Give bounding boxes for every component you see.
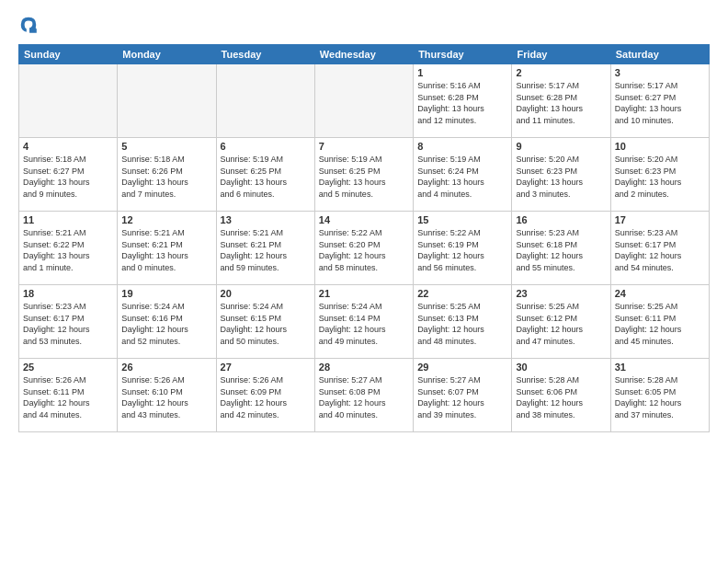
- calendar-cell: 31Sunrise: 5:28 AM Sunset: 6:05 PM Dayli…: [610, 359, 709, 432]
- day-number: 30: [516, 362, 606, 373]
- calendar-cell: 3Sunrise: 5:17 AM Sunset: 6:27 PM Daylig…: [610, 64, 709, 138]
- day-info: Sunrise: 5:20 AM Sunset: 6:23 PM Dayligh…: [615, 154, 705, 200]
- calendar-cell: 22Sunrise: 5:25 AM Sunset: 6:13 PM Dayli…: [414, 285, 512, 359]
- day-info: Sunrise: 5:21 AM Sunset: 6:21 PM Dayligh…: [221, 227, 311, 273]
- weekday-header-wednesday: Wednesday: [314, 45, 413, 64]
- weekday-header-sunday: Sunday: [19, 45, 118, 64]
- day-number: 14: [319, 214, 409, 225]
- calendar-cell: 5Sunrise: 5:18 AM Sunset: 6:26 PM Daylig…: [118, 138, 216, 212]
- day-info: Sunrise: 5:23 AM Sunset: 6:17 PM Dayligh…: [23, 301, 113, 347]
- day-number: 6: [221, 141, 311, 152]
- week-row-2: 4Sunrise: 5:18 AM Sunset: 6:27 PM Daylig…: [19, 138, 710, 212]
- calendar-cell: 6Sunrise: 5:19 AM Sunset: 6:25 PM Daylig…: [216, 138, 314, 212]
- week-row-4: 18Sunrise: 5:23 AM Sunset: 6:17 PM Dayli…: [19, 285, 710, 359]
- calendar-cell: 11Sunrise: 5:21 AM Sunset: 6:22 PM Dayli…: [19, 212, 118, 285]
- day-number: 13: [221, 214, 311, 225]
- day-number: 29: [417, 362, 507, 373]
- day-info: Sunrise: 5:24 AM Sunset: 6:15 PM Dayligh…: [221, 301, 311, 347]
- day-info: Sunrise: 5:21 AM Sunset: 6:22 PM Dayligh…: [23, 227, 113, 273]
- day-info: Sunrise: 5:28 AM Sunset: 6:05 PM Dayligh…: [615, 374, 705, 420]
- day-number: 9: [516, 141, 606, 152]
- calendar-cell: 29Sunrise: 5:27 AM Sunset: 6:07 PM Dayli…: [414, 359, 512, 432]
- calendar: SundayMondayTuesdayWednesdayThursdayFrid…: [18, 44, 710, 432]
- day-info: Sunrise: 5:18 AM Sunset: 6:26 PM Dayligh…: [121, 154, 211, 200]
- day-info: Sunrise: 5:28 AM Sunset: 6:06 PM Dayligh…: [516, 374, 606, 420]
- calendar-cell: 10Sunrise: 5:20 AM Sunset: 6:23 PM Dayli…: [610, 138, 709, 212]
- day-info: Sunrise: 5:26 AM Sunset: 6:09 PM Dayligh…: [221, 374, 311, 420]
- calendar-cell: 9Sunrise: 5:20 AM Sunset: 6:23 PM Daylig…: [512, 138, 610, 212]
- calendar-cell: 20Sunrise: 5:24 AM Sunset: 6:15 PM Dayli…: [216, 285, 314, 359]
- calendar-cell: [216, 64, 314, 138]
- day-number: 11: [23, 214, 113, 225]
- calendar-cell: 19Sunrise: 5:24 AM Sunset: 6:16 PM Dayli…: [118, 285, 216, 359]
- day-info: Sunrise: 5:21 AM Sunset: 6:21 PM Dayligh…: [121, 227, 211, 273]
- day-number: 7: [319, 141, 409, 152]
- day-number: 26: [121, 362, 211, 373]
- calendar-cell: 28Sunrise: 5:27 AM Sunset: 6:08 PM Dayli…: [314, 359, 413, 432]
- calendar-cell: 7Sunrise: 5:19 AM Sunset: 6:25 PM Daylig…: [314, 138, 413, 212]
- day-info: Sunrise: 5:27 AM Sunset: 6:08 PM Dayligh…: [319, 374, 409, 420]
- calendar-cell: 17Sunrise: 5:23 AM Sunset: 6:17 PM Dayli…: [610, 212, 709, 285]
- calendar-cell: 23Sunrise: 5:25 AM Sunset: 6:12 PM Dayli…: [512, 285, 610, 359]
- day-number: 8: [417, 141, 507, 152]
- calendar-cell: 16Sunrise: 5:23 AM Sunset: 6:18 PM Dayli…: [512, 212, 610, 285]
- calendar-cell: 27Sunrise: 5:26 AM Sunset: 6:09 PM Dayli…: [216, 359, 314, 432]
- day-number: 12: [121, 214, 211, 225]
- weekday-header-row: SundayMondayTuesdayWednesdayThursdayFrid…: [19, 45, 710, 64]
- day-info: Sunrise: 5:19 AM Sunset: 6:25 PM Dayligh…: [319, 154, 409, 200]
- calendar-cell: [118, 64, 216, 138]
- day-number: 21: [319, 288, 409, 299]
- calendar-cell: 2Sunrise: 5:17 AM Sunset: 6:28 PM Daylig…: [512, 64, 610, 138]
- weekday-header-tuesday: Tuesday: [216, 45, 314, 64]
- calendar-cell: 1Sunrise: 5:16 AM Sunset: 6:28 PM Daylig…: [414, 64, 512, 138]
- day-number: 3: [615, 67, 705, 78]
- day-number: 20: [221, 288, 311, 299]
- weekday-header-thursday: Thursday: [414, 45, 512, 64]
- day-info: Sunrise: 5:25 AM Sunset: 6:12 PM Dayligh…: [516, 301, 606, 347]
- day-number: 17: [615, 214, 705, 225]
- calendar-cell: 14Sunrise: 5:22 AM Sunset: 6:20 PM Dayli…: [314, 212, 413, 285]
- day-info: Sunrise: 5:26 AM Sunset: 6:10 PM Dayligh…: [121, 374, 211, 420]
- day-number: 19: [121, 288, 211, 299]
- calendar-cell: 24Sunrise: 5:25 AM Sunset: 6:11 PM Dayli…: [610, 285, 709, 359]
- day-number: 25: [23, 362, 113, 373]
- day-number: 23: [516, 288, 606, 299]
- day-info: Sunrise: 5:23 AM Sunset: 6:18 PM Dayligh…: [516, 227, 606, 273]
- logo-icon: [18, 15, 39, 35]
- calendar-cell: 13Sunrise: 5:21 AM Sunset: 6:21 PM Dayli…: [216, 212, 314, 285]
- day-info: Sunrise: 5:17 AM Sunset: 6:27 PM Dayligh…: [615, 80, 705, 126]
- calendar-cell: 18Sunrise: 5:23 AM Sunset: 6:17 PM Dayli…: [19, 285, 118, 359]
- day-info: Sunrise: 5:24 AM Sunset: 6:14 PM Dayligh…: [319, 301, 409, 347]
- day-number: 4: [23, 141, 113, 152]
- day-info: Sunrise: 5:25 AM Sunset: 6:13 PM Dayligh…: [417, 301, 507, 347]
- day-info: Sunrise: 5:16 AM Sunset: 6:28 PM Dayligh…: [417, 80, 507, 126]
- day-number: 1: [417, 67, 507, 78]
- day-info: Sunrise: 5:19 AM Sunset: 6:25 PM Dayligh…: [221, 154, 311, 200]
- day-number: 2: [516, 67, 606, 78]
- calendar-cell: 26Sunrise: 5:26 AM Sunset: 6:10 PM Dayli…: [118, 359, 216, 432]
- logo: [18, 17, 41, 35]
- day-number: 24: [615, 288, 705, 299]
- calendar-cell: 21Sunrise: 5:24 AM Sunset: 6:14 PM Dayli…: [314, 285, 413, 359]
- day-number: 18: [23, 288, 113, 299]
- header: [18, 17, 710, 35]
- week-row-5: 25Sunrise: 5:26 AM Sunset: 6:11 PM Dayli…: [19, 359, 710, 432]
- week-row-1: 1Sunrise: 5:16 AM Sunset: 6:28 PM Daylig…: [19, 64, 710, 138]
- week-row-3: 11Sunrise: 5:21 AM Sunset: 6:22 PM Dayli…: [19, 212, 710, 285]
- weekday-header-saturday: Saturday: [610, 45, 709, 64]
- calendar-cell: 8Sunrise: 5:19 AM Sunset: 6:24 PM Daylig…: [414, 138, 512, 212]
- calendar-cell: 12Sunrise: 5:21 AM Sunset: 6:21 PM Dayli…: [118, 212, 216, 285]
- calendar-cell: [314, 64, 413, 138]
- day-info: Sunrise: 5:22 AM Sunset: 6:20 PM Dayligh…: [319, 227, 409, 273]
- day-number: 27: [221, 362, 311, 373]
- day-info: Sunrise: 5:18 AM Sunset: 6:27 PM Dayligh…: [23, 154, 113, 200]
- day-number: 31: [615, 362, 705, 373]
- calendar-cell: 15Sunrise: 5:22 AM Sunset: 6:19 PM Dayli…: [414, 212, 512, 285]
- day-info: Sunrise: 5:25 AM Sunset: 6:11 PM Dayligh…: [615, 301, 705, 347]
- day-number: 15: [417, 214, 507, 225]
- day-info: Sunrise: 5:26 AM Sunset: 6:11 PM Dayligh…: [23, 374, 113, 420]
- day-info: Sunrise: 5:17 AM Sunset: 6:28 PM Dayligh…: [516, 80, 606, 126]
- day-number: 28: [319, 362, 409, 373]
- calendar-cell: [19, 64, 118, 138]
- day-info: Sunrise: 5:22 AM Sunset: 6:19 PM Dayligh…: [417, 227, 507, 273]
